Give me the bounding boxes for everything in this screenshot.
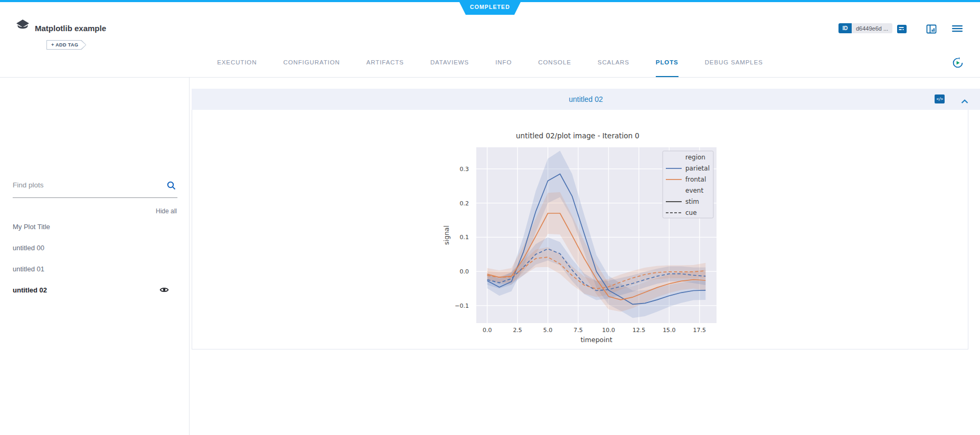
- svg-text:region: region: [685, 154, 705, 161]
- plot-item-label: My Plot Title: [13, 223, 50, 231]
- plot-section-header: untitled 02 </>: [192, 89, 980, 110]
- tab-console[interactable]: CONSOLE: [538, 58, 571, 77]
- details-panel-icon[interactable]: [926, 24, 937, 34]
- svg-text:0.1: 0.1: [460, 234, 469, 241]
- search-input[interactable]: [13, 178, 161, 192]
- comments-icon[interactable]: [897, 24, 907, 34]
- tab-plots[interactable]: PLOTS: [656, 58, 679, 77]
- svg-text:15.0: 15.0: [663, 327, 676, 334]
- plot-list-item-untitled-00[interactable]: untitled 00: [13, 237, 177, 258]
- status-badge-label: COMPLETED: [470, 4, 510, 10]
- tab-configuration[interactable]: CONFIGURATION: [283, 58, 340, 77]
- status-badge: COMPLETED: [458, 0, 522, 15]
- search-icon[interactable]: [166, 181, 176, 191]
- plot-figure: regionparietalfrontaleventstimcueuntitle…: [438, 129, 745, 346]
- svg-text:0.0: 0.0: [460, 268, 469, 275]
- svg-text:stim: stim: [685, 198, 699, 205]
- hide-all-link[interactable]: Hide all: [156, 207, 177, 215]
- experiment-title: Matplotlib example: [35, 24, 106, 33]
- plots-sidebar: Hide all My Plot Titleuntitled 00untitle…: [0, 78, 190, 435]
- svg-text:parietal: parietal: [685, 165, 710, 172]
- svg-text:12.5: 12.5: [633, 327, 646, 334]
- tab-info[interactable]: INFO: [495, 58, 512, 77]
- plot-list-item-my-plot-title[interactable]: My Plot Title: [13, 216, 177, 237]
- svg-text:frontal: frontal: [685, 176, 706, 183]
- collapse-chevron-icon[interactable]: [961, 97, 968, 101]
- svg-text:0.0: 0.0: [483, 327, 492, 334]
- add-tag-label: + ADD TAG: [47, 41, 86, 49]
- tab-debug-samples[interactable]: DEBUG SAMPLES: [705, 58, 763, 77]
- plot-list-item-untitled-02[interactable]: untitled 02: [13, 279, 177, 300]
- tab-scalars[interactable]: SCALARS: [598, 58, 629, 77]
- plot-item-label: untitled 01: [13, 265, 44, 273]
- tab-dataviews[interactable]: DATAVIEWS: [430, 58, 469, 77]
- svg-text:7.5: 7.5: [573, 327, 583, 334]
- plot-list: My Plot Titleuntitled 00untitled 01untit…: [13, 216, 177, 300]
- plot-card: regionparietalfrontaleventstimcueuntitle…: [192, 110, 968, 349]
- svg-text:2.5: 2.5: [513, 327, 522, 334]
- svg-text:cue: cue: [685, 209, 697, 216]
- svg-text:untitled 02/plot image - Itera: untitled 02/plot image - Iteration 0: [516, 131, 639, 140]
- eye-icon[interactable]: [159, 285, 169, 295]
- svg-text:0.2: 0.2: [460, 200, 469, 207]
- experiment-id[interactable]: ID d6449e6d ...: [838, 23, 892, 33]
- plot-item-label: untitled 00: [13, 244, 44, 252]
- tab-artifacts[interactable]: ARTIFACTS: [366, 58, 404, 77]
- svg-text:timepoint: timepoint: [580, 336, 612, 344]
- svg-text:0.3: 0.3: [460, 166, 469, 173]
- id-value: d6449e6d ...: [852, 23, 892, 33]
- plot-item-label: untitled 02: [13, 286, 47, 294]
- experiment-type-icon: [16, 19, 30, 33]
- add-tag-button[interactable]: + ADD TAG: [46, 40, 86, 50]
- svg-text:5.0: 5.0: [543, 327, 553, 334]
- svg-text:event: event: [685, 187, 703, 194]
- plot-section-title[interactable]: untitled 02: [569, 95, 603, 103]
- plot-list-item-untitled-01[interactable]: untitled 01: [13, 258, 177, 279]
- tab-execution[interactable]: EXECUTION: [217, 58, 257, 77]
- menu-icon[interactable]: [951, 24, 963, 34]
- embed-code-icon[interactable]: </>: [935, 94, 945, 103]
- svg-text:17.5: 17.5: [693, 327, 706, 334]
- svg-text:signal: signal: [442, 225, 450, 245]
- svg-text:−0.1: −0.1: [455, 302, 469, 309]
- search-field: [13, 178, 177, 198]
- tab-bar: EXECUTIONCONFIGURATIONARTIFACTSDATAVIEWS…: [0, 58, 980, 77]
- id-badge: ID: [838, 23, 852, 33]
- svg-text:10.0: 10.0: [602, 327, 615, 334]
